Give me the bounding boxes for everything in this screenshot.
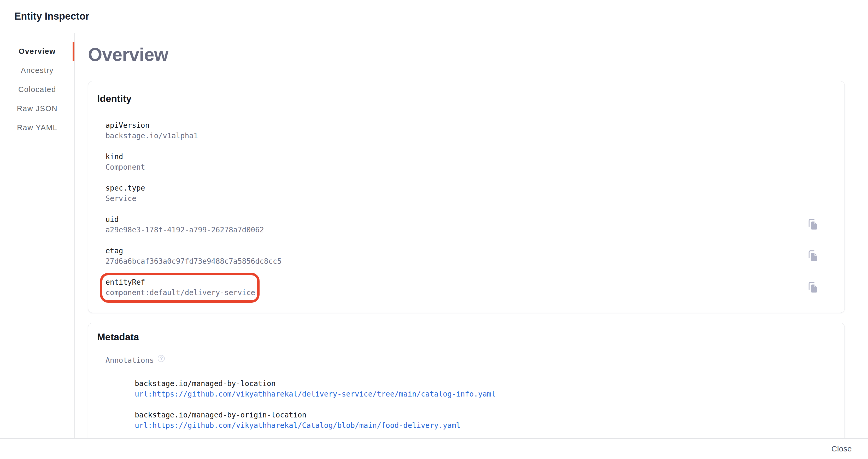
sidebar-item-label: Overview xyxy=(19,47,56,56)
dialog-body: Overview Ancestry Colocated Raw JSON Raw… xyxy=(0,33,868,438)
main-content: Overview Identity apiVersion backstage.i… xyxy=(75,33,868,438)
annotation-value-link[interactable]: url:https://github.com/vikyathharekal/Ca… xyxy=(135,421,460,430)
field-row-spec-type: spec.type Service xyxy=(105,184,832,203)
copy-icon xyxy=(807,250,817,262)
copy-etag-button[interactable] xyxy=(807,249,818,263)
field-row-apiversion: apiVersion backstage.io/v1alpha1 xyxy=(105,121,832,140)
sidebar-item-colocated[interactable]: Colocated xyxy=(0,80,74,99)
copy-icon xyxy=(807,219,817,231)
sidebar-item-label: Raw JSON xyxy=(17,104,57,113)
sidebar-item-ancestry[interactable]: Ancestry xyxy=(0,61,74,80)
field-value: Component xyxy=(105,163,145,172)
close-button[interactable]: Close xyxy=(827,442,856,456)
page-title: Overview xyxy=(88,45,868,64)
field-row-uid: uid a29e98e3-178f-4192-a799-26278a7d0062 xyxy=(105,215,832,234)
entity-inspector-dialog: Entity Inspector Overview Ancestry Coloc… xyxy=(0,0,868,459)
help-circle-icon[interactable]: ? xyxy=(158,355,165,362)
field-value: a29e98e3-178f-4192-a799-26278a7d0062 xyxy=(105,226,264,234)
field-group: etag 27d6a6bcaf363a0c97fd73e9488c7a5856d… xyxy=(105,247,281,266)
field-key: etag xyxy=(105,247,281,255)
annotation-key: backstage.io/managed-by-origin-location xyxy=(135,411,832,420)
field-value: backstage.io/v1alpha1 xyxy=(105,132,198,140)
field-value: 27d6a6bcaf363a0c97fd73e9488c7a5856dc8cc5 xyxy=(105,257,281,266)
sidebar-item-raw-json[interactable]: Raw JSON xyxy=(0,99,74,118)
metadata-card-title: Metadata xyxy=(97,332,832,343)
field-group: spec.type Service xyxy=(105,184,145,203)
dialog-header: Entity Inspector xyxy=(0,0,868,33)
field-group: uid a29e98e3-178f-4192-a799-26278a7d0062 xyxy=(105,215,264,234)
active-tab-indicator xyxy=(72,42,74,61)
annotation-key: backstage.io/managed-by-location xyxy=(135,379,832,388)
identity-fields: apiVersion backstage.io/v1alpha1 kind Co… xyxy=(105,121,832,303)
field-key: uid xyxy=(105,215,264,224)
identity-card-title: Identity xyxy=(97,93,832,105)
copy-uid-button[interactable] xyxy=(807,218,818,232)
copy-entityref-button[interactable] xyxy=(807,281,818,294)
field-key: kind xyxy=(105,152,145,161)
field-row-kind: kind Component xyxy=(105,152,832,172)
field-key: spec.type xyxy=(105,184,145,193)
annotation-value-link[interactable]: url:https://github.com/vikyathharekal/de… xyxy=(135,390,496,399)
dialog-title: Entity Inspector xyxy=(14,11,89,22)
sidebar-item-raw-yaml[interactable]: Raw YAML xyxy=(0,118,74,137)
field-key: entityRef xyxy=(105,278,255,287)
field-key: apiVersion xyxy=(105,121,198,130)
field-row-etag: etag 27d6a6bcaf363a0c97fd73e9488c7a5856d… xyxy=(105,247,832,266)
dialog-footer: Close xyxy=(0,438,868,459)
sidebar-item-overview[interactable]: Overview xyxy=(0,42,74,61)
sidebar-item-label: Raw YAML xyxy=(17,123,57,132)
sidebar-item-label: Colocated xyxy=(18,85,56,94)
sidebar-item-label: Ancestry xyxy=(21,66,54,75)
metadata-card: Metadata Annotations ? backstage.io/mana… xyxy=(88,323,845,438)
entityref-highlight-annotation: entityRef component:default/delivery-ser… xyxy=(100,273,259,303)
field-value: Service xyxy=(105,194,145,203)
annotations-label: Annotations xyxy=(105,356,154,365)
sidebar-nav: Overview Ancestry Colocated Raw JSON Raw… xyxy=(0,33,75,438)
field-group: apiVersion backstage.io/v1alpha1 xyxy=(105,121,198,140)
annotation-entry: backstage.io/managed-by-location url:htt… xyxy=(135,379,832,399)
identity-card: Identity apiVersion backstage.io/v1alpha… xyxy=(88,81,845,313)
field-row-entityref: entityRef component:default/delivery-ser… xyxy=(105,273,832,303)
copy-icon xyxy=(807,282,817,294)
annotation-entry: backstage.io/managed-by-origin-location … xyxy=(135,411,832,430)
field-value: component:default/delivery-service xyxy=(105,288,255,297)
field-group: kind Component xyxy=(105,152,145,172)
annotations-section: Annotations ? xyxy=(105,356,832,365)
